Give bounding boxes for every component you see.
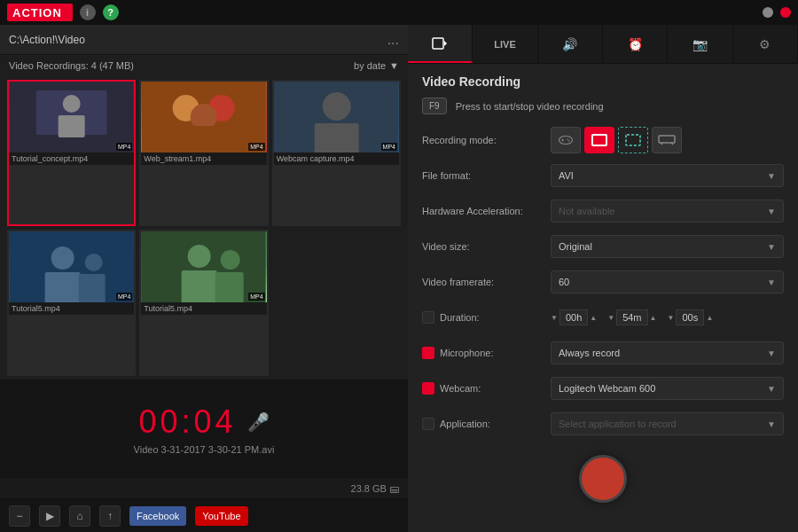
left-panel: C:\Action!\Video ... Video Recordings: 4… bbox=[0, 25, 408, 532]
chevron-down-icon: ▼ bbox=[767, 419, 776, 429]
application-dropdown[interactable]: Select application to record ▼ bbox=[551, 412, 784, 435]
mode-gamepad-button[interactable] bbox=[551, 127, 581, 153]
upload-button[interactable]: ↑ bbox=[99, 505, 121, 527]
format-badge: MP4 bbox=[248, 143, 264, 151]
format-badge: MP4 bbox=[381, 143, 397, 151]
format-badge: MP4 bbox=[248, 293, 264, 301]
duration-checkbox[interactable] bbox=[422, 311, 434, 324]
gamepad-icon bbox=[558, 134, 574, 146]
tab-video[interactable] bbox=[408, 25, 473, 63]
seconds-value: 00s bbox=[676, 309, 704, 325]
thumbnail-svg bbox=[274, 82, 399, 153]
svg-rect-19 bbox=[182, 270, 217, 302]
region-icon bbox=[625, 134, 641, 146]
duration-label: Duration: bbox=[440, 312, 480, 323]
tab-audio[interactable]: 🔊 bbox=[538, 25, 603, 63]
mode-hdmi-button[interactable] bbox=[652, 127, 682, 153]
chevron-down-icon: ▼ bbox=[767, 278, 776, 287]
webcam-checkbox[interactable] bbox=[422, 382, 434, 395]
minus-button[interactable]: − bbox=[9, 505, 30, 527]
list-item[interactable]: MP4 Tutorial_concept.mp4 bbox=[7, 80, 136, 226]
video-size-dropdown[interactable]: Original ▼ bbox=[551, 235, 784, 258]
sort-control[interactable]: by date ▼ bbox=[354, 60, 399, 71]
thumbnail-image: MP4 bbox=[141, 82, 266, 153]
thumbnail-image: MP4 bbox=[9, 231, 134, 302]
application-control: Select application to record ▼ bbox=[551, 412, 784, 435]
record-button[interactable] bbox=[579, 455, 627, 503]
titlebar: ACTION! i ? bbox=[0, 0, 798, 25]
list-item[interactable]: MP4 Tutorial5.mp4 bbox=[139, 230, 268, 376]
thumbnail-label: Webcam capture.mp4 bbox=[274, 153, 399, 165]
thumbnail-label: Web_stream1.mp4 bbox=[141, 153, 266, 165]
minimize-button[interactable] bbox=[763, 7, 773, 18]
tab-schedule[interactable]: ⏰ bbox=[603, 25, 668, 63]
hours-up-arrow[interactable]: ▲ bbox=[590, 314, 597, 322]
thumbnail-image: MP4 bbox=[141, 231, 266, 302]
svg-rect-11 bbox=[314, 123, 358, 153]
svg-point-27 bbox=[567, 139, 569, 141]
section-title: Video Recording bbox=[422, 74, 784, 89]
tab-screenshot[interactable]: 📷 bbox=[668, 25, 732, 63]
hotkey-badge: F9 bbox=[422, 98, 447, 114]
hotkey-row: F9 Press to start/stop video recording bbox=[422, 98, 784, 114]
video-size-row: Video size: Original ▼ bbox=[422, 233, 784, 260]
home-button[interactable]: ⌂ bbox=[69, 505, 90, 527]
hours-value: 00h bbox=[559, 309, 588, 325]
mode-screen-button[interactable] bbox=[584, 127, 614, 153]
record-button-area bbox=[422, 446, 784, 515]
webcam-row: Webcam: Logitech Webcam 600 ▼ bbox=[422, 375, 784, 402]
thumbnail-grid: MP4 Tutorial_concept.mp4 MP4 Web_stream1… bbox=[0, 76, 408, 379]
help-icon[interactable]: ? bbox=[103, 4, 119, 20]
duration-control: ▼ 00h ▲ ▼ 54m ▲ ▼ 00s ▲ bbox=[551, 309, 784, 325]
svg-rect-31 bbox=[659, 136, 675, 143]
microphone-dropdown[interactable]: Always record ▼ bbox=[551, 341, 784, 364]
webcam-dropdown[interactable]: Logitech Webcam 600 ▼ bbox=[551, 377, 784, 400]
screen-icon bbox=[591, 134, 607, 146]
list-item[interactable]: MP4 Tutorial5.mp4 bbox=[7, 230, 136, 376]
file-format-row: File format: AVI ▼ bbox=[422, 162, 784, 189]
storage-info: 23.8 GB 🖴 bbox=[351, 483, 399, 494]
settings-content: Video Recording F9 Press to start/stop v… bbox=[408, 64, 798, 532]
file-format-dropdown[interactable]: AVI ▼ bbox=[551, 164, 784, 187]
microphone-checkbox[interactable] bbox=[422, 347, 434, 359]
thumbnail-label: Tutorial5.mp4 bbox=[9, 302, 134, 315]
hardware-acceleration-dropdown[interactable]: Not available ▼ bbox=[551, 200, 784, 223]
close-button[interactable] bbox=[780, 7, 791, 18]
youtube-button[interactable]: YouTube bbox=[195, 506, 247, 526]
minutes-value: 54m bbox=[616, 309, 647, 325]
tab-settings[interactable]: ⚙ bbox=[733, 25, 798, 63]
minutes-down-arrow[interactable]: ▼ bbox=[607, 314, 614, 322]
seconds-up-arrow[interactable]: ▲ bbox=[706, 314, 713, 322]
svg-rect-21 bbox=[215, 272, 244, 302]
window-controls bbox=[763, 7, 791, 18]
thumbnail-svg bbox=[141, 82, 266, 153]
svg-point-13 bbox=[51, 246, 74, 270]
recording-mode-label: Recording mode: bbox=[422, 135, 551, 145]
mode-region-button[interactable] bbox=[618, 127, 648, 153]
list-item[interactable]: MP4 Web_stream1.mp4 bbox=[139, 80, 268, 226]
bottom-controls: − ▶ ⌂ ↑ Facebook YouTube bbox=[0, 498, 408, 532]
hours-down-arrow[interactable]: ▼ bbox=[551, 314, 558, 322]
tab-live[interactable]: LIVE bbox=[473, 25, 537, 63]
titlebar-left: ACTION! i ? bbox=[7, 4, 119, 21]
chevron-down-icon: ▼ bbox=[767, 207, 776, 216]
path-menu-button[interactable]: ... bbox=[387, 32, 399, 48]
list-item[interactable]: MP4 Webcam capture.mp4 bbox=[272, 80, 401, 226]
video-framerate-label: Video framerate: bbox=[422, 277, 551, 287]
svg-rect-16 bbox=[79, 274, 106, 302]
play-button[interactable]: ▶ bbox=[39, 505, 60, 527]
thumbnail-svg bbox=[9, 231, 134, 302]
seconds-down-arrow[interactable]: ▼ bbox=[667, 314, 674, 322]
minutes-up-arrow[interactable]: ▲ bbox=[650, 314, 657, 322]
video-framerate-dropdown[interactable]: 60 ▼ bbox=[551, 270, 784, 293]
thumbnail-svg bbox=[141, 231, 266, 302]
svg-point-2 bbox=[63, 95, 81, 113]
video-framerate-row: Video framerate: 60 ▼ bbox=[422, 269, 784, 295]
facebook-button[interactable]: Facebook bbox=[129, 506, 186, 526]
app-logo: ACTION! bbox=[7, 4, 73, 21]
info-icon[interactable]: i bbox=[80, 4, 96, 20]
thumbnail-label: Tutorial_concept.mp4 bbox=[9, 153, 134, 165]
folder-path: C:\Action!\Video bbox=[9, 34, 85, 46]
application-checkbox[interactable] bbox=[422, 418, 434, 430]
microphone-button[interactable]: 🎤 bbox=[247, 411, 270, 433]
